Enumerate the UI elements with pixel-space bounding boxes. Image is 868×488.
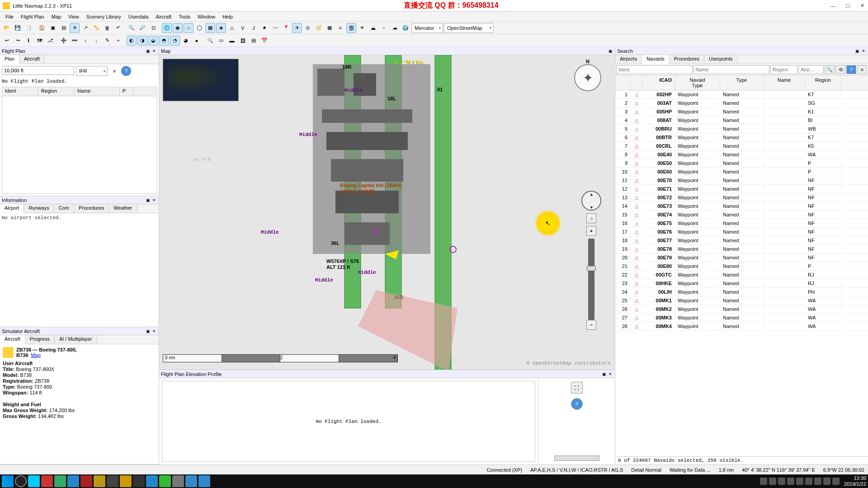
task-app-icon[interactable]: [120, 475, 132, 487]
table-row[interactable]: 22△00GTCWaypointNamedRJ: [615, 271, 868, 279]
menu-map[interactable]: Map: [48, 13, 65, 20]
table-row[interactable]: 5△00BRUWaypointNamedWB: [615, 125, 868, 133]
airspace-icon[interactable]: ◈: [216, 23, 226, 33]
menu-window[interactable]: Window: [194, 13, 219, 20]
table-row[interactable]: 3△005HPWaypointNamedK1: [615, 108, 868, 116]
elev-help-button[interactable]: ?: [571, 398, 583, 410]
col-ident[interactable]: Ident: [2, 87, 38, 96]
task-app-icon[interactable]: [185, 475, 197, 487]
hill-icon[interactable]: ⛰: [368, 23, 378, 33]
traffic-icon[interactable]: ✈: [292, 23, 302, 33]
as-a-icon[interactable]: ◐: [127, 36, 137, 46]
zoom-out-button[interactable]: −: [586, 320, 596, 330]
center-fp-icon[interactable]: ▣: [48, 23, 58, 33]
delete-icon[interactable]: 🗑: [102, 23, 112, 33]
rect-icon[interactable]: ▬: [227, 36, 237, 46]
sun-icon[interactable]: ☀: [357, 23, 367, 33]
zoom-slider[interactable]: [588, 239, 594, 320]
move-dn-icon[interactable]: ↓: [91, 36, 101, 46]
theme-combo[interactable]: OpenStreetMap: [444, 23, 494, 33]
userpt-icon[interactable]: 📍: [281, 23, 291, 33]
home-icon[interactable]: 🏠: [37, 23, 47, 33]
tray-icon[interactable]: [796, 478, 803, 485]
panel-float-icon[interactable]: ▣: [854, 48, 860, 54]
fwd-icon[interactable]: ↪: [13, 36, 23, 46]
panel-float-icon[interactable]: ▣: [601, 371, 607, 377]
plus-icon[interactable]: ＋: [113, 36, 123, 46]
stack-icon[interactable]: ▤: [249, 36, 259, 46]
back-icon[interactable]: ↩: [2, 36, 12, 46]
tray-icon[interactable]: [787, 478, 794, 485]
cal-icon[interactable]: 📅: [259, 36, 269, 46]
search-help-icon[interactable]: ?: [846, 65, 856, 74]
tab-airports[interactable]: Airports: [615, 55, 642, 64]
search-menu-icon[interactable]: ≡: [857, 65, 867, 74]
panel-float-icon[interactable]: ▣: [145, 328, 151, 334]
search-reset-icon[interactable]: ⟲: [835, 65, 845, 74]
panel-float-icon[interactable]: ▣: [608, 48, 613, 54]
rule-combo[interactable]: IFR: [76, 66, 108, 76]
tab-aircraft[interactable]: Aircraft: [19, 55, 45, 64]
filter-name[interactable]: [693, 65, 770, 74]
tab-navaids[interactable]: Navaids: [642, 55, 670, 64]
marker-icon[interactable]: △: [227, 23, 237, 33]
altitude-input[interactable]: [2, 66, 74, 75]
map-icon[interactable]: 🗺: [34, 36, 44, 46]
sword-icon[interactable]: ⚔: [335, 23, 345, 33]
tab-userpoints[interactable]: Userpoints: [704, 55, 738, 64]
vor-icon[interactable]: ◉: [173, 23, 183, 33]
table-row[interactable]: 24△00LIHWaypointNamedPH: [615, 288, 868, 296]
track-icon[interactable]: 〰: [270, 23, 280, 33]
pan-pad[interactable]: [581, 191, 601, 211]
filter-airport[interactable]: [798, 65, 824, 74]
web-icon[interactable]: 🕸: [346, 23, 356, 33]
ring-icon[interactable]: ◎: [303, 23, 313, 33]
col-rownum[interactable]: [615, 75, 631, 90]
table-row[interactable]: 8△00E40WaypointNamedWA: [615, 150, 868, 159]
tray-volume-icon[interactable]: [823, 478, 830, 485]
table-row[interactable]: 19△00E78WaypointNamedNF: [615, 245, 868, 253]
sim-map-link[interactable]: Map: [31, 352, 40, 358]
task-app-icon[interactable]: [107, 475, 118, 487]
tab-sim-aircraft[interactable]: Aircraft: [0, 335, 25, 344]
table-row[interactable]: 17△00E76WaypointNamedNF: [615, 228, 868, 236]
maximize-button[interactable]: ▢: [844, 3, 851, 9]
table-row[interactable]: 26△00MK2WaypointNamedWA: [615, 305, 868, 314]
table-row[interactable]: 20△00E79WaypointNamedNF: [615, 253, 868, 262]
search-find-icon[interactable]: 🔍: [825, 65, 835, 74]
elev-expand-button[interactable]: ⛶: [571, 382, 583, 394]
table-row[interactable]: 4△008ATWaypointNamedBI: [615, 116, 868, 125]
zoom-in-button[interactable]: +: [586, 226, 596, 236]
saveas-icon[interactable]: 📑: [24, 23, 33, 33]
task-chrome-icon[interactable]: [41, 475, 53, 487]
table-row[interactable]: 2△003ATWaypointNamedSG: [615, 99, 868, 108]
elev-h-slider[interactable]: [554, 455, 599, 461]
blank-icon[interactable]: ▫: [379, 23, 389, 33]
table-row[interactable]: 28△00MK4WaypointNamedWA: [615, 322, 868, 331]
earth-icon[interactable]: 🌍: [401, 23, 410, 33]
undo-icon[interactable]: ↶: [113, 23, 123, 33]
jet-icon[interactable]: J: [249, 23, 259, 33]
tab-progress[interactable]: Progress: [25, 335, 55, 344]
fp-opt-icon[interactable]: ≡: [109, 66, 119, 76]
info-icon[interactable]: ℹ: [24, 36, 33, 46]
col-symbol[interactable]: [631, 75, 642, 90]
table-row[interactable]: 27△00MK3WaypointNamedWA: [615, 314, 868, 322]
panel-close-icon[interactable]: ✕: [861, 48, 866, 54]
tray-icon[interactable]: [814, 478, 821, 485]
col-icao[interactable]: ICAO: [642, 75, 675, 90]
tab-runways[interactable]: Runways: [24, 204, 54, 213]
start-button[interactable]: [2, 475, 14, 487]
as-e-icon[interactable]: ◔: [170, 36, 180, 46]
tab-plan[interactable]: Plan: [0, 55, 19, 64]
aircraft-icon[interactable]: ✈: [70, 23, 80, 33]
col-p[interactable]: P: [120, 87, 133, 96]
open-icon[interactable]: 📂: [2, 23, 12, 33]
table-row[interactable]: 6△00BTRWaypointNamedK7: [615, 133, 868, 142]
panel-close-icon[interactable]: ✕: [151, 48, 157, 54]
as-f-icon[interactable]: ◕: [181, 36, 191, 46]
table-row[interactable]: 21△00E80WaypointNamedP: [615, 262, 868, 271]
panel-close-icon[interactable]: ✕: [608, 371, 613, 377]
table-row[interactable]: 7△00CRLWaypointNamedK5: [615, 142, 868, 150]
menu-aircraft[interactable]: Aircraft: [152, 13, 175, 20]
